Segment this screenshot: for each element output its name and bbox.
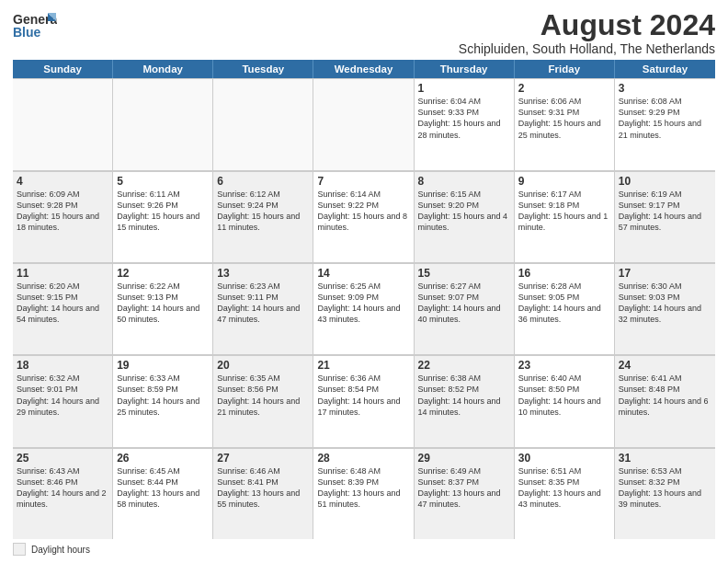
day-header-tuesday: Tuesday: [213, 60, 313, 78]
cal-row-4: 25Sunrise: 6:43 AM Sunset: 8:46 PM Dayli…: [13, 448, 715, 539]
cal-cell-23: 23Sunrise: 6:40 AM Sunset: 8:50 PM Dayli…: [515, 355, 615, 446]
day-number: 20: [217, 359, 309, 372]
day-number: 8: [418, 175, 510, 188]
cal-cell-15: 15Sunrise: 6:27 AM Sunset: 9:07 PM Dayli…: [415, 263, 515, 354]
day-info: Sunrise: 6:49 AM Sunset: 8:37 PM Dayligh…: [418, 465, 510, 511]
day-number: 18: [17, 359, 108, 372]
day-number: 24: [619, 359, 711, 372]
cal-cell-22: 22Sunrise: 6:38 AM Sunset: 8:52 PM Dayli…: [415, 355, 515, 446]
day-header-friday: Friday: [515, 60, 615, 78]
day-info: Sunrise: 6:48 AM Sunset: 8:39 PM Dayligh…: [317, 465, 409, 511]
cal-cell-13: 13Sunrise: 6:23 AM Sunset: 9:11 PM Dayli…: [213, 263, 313, 354]
header: GeneralBlue August 2024 Schipluiden, Sou…: [13, 9, 715, 56]
day-info: Sunrise: 6:36 AM Sunset: 8:54 PM Dayligh…: [317, 373, 409, 418]
day-info: Sunrise: 6:53 AM Sunset: 8:32 PM Dayligh…: [619, 465, 711, 511]
title-section: August 2024 Schipluiden, South Holland, …: [459, 9, 715, 56]
cal-cell-1: 1Sunrise: 6:04 AM Sunset: 9:33 PM Daylig…: [415, 78, 515, 169]
svg-text:Blue: Blue: [13, 25, 41, 40]
cal-row-2: 11Sunrise: 6:20 AM Sunset: 9:15 PM Dayli…: [13, 263, 715, 355]
day-info: Sunrise: 6:32 AM Sunset: 9:01 PM Dayligh…: [17, 373, 108, 418]
cal-row-0: 1Sunrise: 6:04 AM Sunset: 9:33 PM Daylig…: [13, 78, 715, 170]
day-header-saturday: Saturday: [615, 60, 715, 78]
day-number: 27: [217, 452, 309, 465]
cal-cell-28: 28Sunrise: 6:48 AM Sunset: 8:39 PM Dayli…: [313, 448, 414, 539]
day-info: Sunrise: 6:33 AM Sunset: 8:59 PM Dayligh…: [117, 373, 209, 418]
day-info: Sunrise: 6:45 AM Sunset: 8:44 PM Dayligh…: [117, 465, 209, 511]
calendar-body: 1Sunrise: 6:04 AM Sunset: 9:33 PM Daylig…: [13, 78, 715, 539]
cal-cell-30: 30Sunrise: 6:51 AM Sunset: 8:35 PM Dayli…: [515, 448, 615, 539]
day-number: 28: [317, 452, 409, 465]
cal-cell-10: 10Sunrise: 6:19 AM Sunset: 9:17 PM Dayli…: [615, 171, 715, 262]
day-info: Sunrise: 6:38 AM Sunset: 8:52 PM Dayligh…: [418, 373, 510, 418]
cal-cell-6: 6Sunrise: 6:12 AM Sunset: 9:24 PM Daylig…: [213, 171, 313, 262]
day-info: Sunrise: 6:11 AM Sunset: 9:26 PM Dayligh…: [117, 189, 209, 234]
calendar: SundayMondayTuesdayWednesdayThursdayFrid…: [13, 60, 715, 539]
cal-cell-12: 12Sunrise: 6:22 AM Sunset: 9:13 PM Dayli…: [113, 263, 213, 354]
day-number: 12: [117, 267, 209, 280]
day-info: Sunrise: 6:22 AM Sunset: 9:13 PM Dayligh…: [117, 281, 209, 326]
legend-box: [13, 543, 26, 556]
day-info: Sunrise: 6:25 AM Sunset: 9:09 PM Dayligh…: [317, 281, 409, 326]
cal-cell-31: 31Sunrise: 6:53 AM Sunset: 8:32 PM Dayli…: [615, 448, 715, 539]
day-number: 23: [518, 359, 610, 372]
cal-cell-8: 8Sunrise: 6:15 AM Sunset: 9:20 PM Daylig…: [415, 171, 515, 262]
day-number: 16: [518, 267, 610, 280]
day-number: 29: [418, 452, 510, 465]
day-info: Sunrise: 6:15 AM Sunset: 9:20 PM Dayligh…: [418, 189, 510, 234]
day-number: 26: [117, 452, 209, 465]
day-info: Sunrise: 6:51 AM Sunset: 8:35 PM Dayligh…: [518, 465, 610, 511]
cal-cell-9: 9Sunrise: 6:17 AM Sunset: 9:18 PM Daylig…: [515, 171, 615, 262]
logo-svg: GeneralBlue: [13, 9, 57, 42]
day-number: 31: [619, 452, 711, 465]
location: Schipluiden, South Holland, The Netherla…: [459, 41, 715, 56]
day-number: 6: [217, 175, 309, 188]
cal-cell-14: 14Sunrise: 6:25 AM Sunset: 9:09 PM Dayli…: [313, 263, 414, 354]
cal-cell-3: 3Sunrise: 6:08 AM Sunset: 9:29 PM Daylig…: [615, 78, 715, 169]
cal-cell-16: 16Sunrise: 6:28 AM Sunset: 9:05 PM Dayli…: [515, 263, 615, 354]
legend: Daylight hours: [13, 543, 715, 556]
cal-cell-empty-0-2: [213, 78, 313, 169]
day-number: 2: [518, 82, 610, 95]
cal-cell-17: 17Sunrise: 6:30 AM Sunset: 9:03 PM Dayli…: [615, 263, 715, 354]
cal-cell-empty-0-3: [313, 78, 414, 169]
day-info: Sunrise: 6:04 AM Sunset: 9:33 PM Dayligh…: [418, 96, 510, 141]
day-info: Sunrise: 6:40 AM Sunset: 8:50 PM Dayligh…: [518, 373, 610, 418]
day-number: 9: [518, 175, 610, 188]
cal-cell-26: 26Sunrise: 6:45 AM Sunset: 8:44 PM Dayli…: [113, 448, 213, 539]
cal-cell-27: 27Sunrise: 6:46 AM Sunset: 8:41 PM Dayli…: [213, 448, 313, 539]
day-number: 5: [117, 175, 209, 188]
day-number: 1: [418, 82, 510, 95]
day-number: 15: [418, 267, 510, 280]
cal-row-1: 4Sunrise: 6:09 AM Sunset: 9:28 PM Daylig…: [13, 171, 715, 263]
day-info: Sunrise: 6:27 AM Sunset: 9:07 PM Dayligh…: [418, 281, 510, 326]
day-info: Sunrise: 6:06 AM Sunset: 9:31 PM Dayligh…: [518, 96, 610, 141]
day-header-thursday: Thursday: [415, 60, 515, 78]
day-info: Sunrise: 6:17 AM Sunset: 9:18 PM Dayligh…: [518, 189, 610, 234]
cal-cell-4: 4Sunrise: 6:09 AM Sunset: 9:28 PM Daylig…: [13, 171, 113, 262]
day-number: 25: [17, 452, 108, 465]
day-info: Sunrise: 6:09 AM Sunset: 9:28 PM Dayligh…: [17, 189, 108, 234]
cal-cell-19: 19Sunrise: 6:33 AM Sunset: 8:59 PM Dayli…: [113, 355, 213, 446]
day-number: 4: [17, 175, 108, 188]
day-number: 22: [418, 359, 510, 372]
day-info: Sunrise: 6:35 AM Sunset: 8:56 PM Dayligh…: [217, 373, 309, 418]
day-header-wednesday: Wednesday: [313, 60, 414, 78]
day-number: 3: [619, 82, 711, 95]
day-number: 10: [619, 175, 711, 188]
day-number: 17: [619, 267, 711, 280]
day-header-monday: Monday: [113, 60, 213, 78]
logo: GeneralBlue: [13, 9, 57, 42]
cal-cell-5: 5Sunrise: 6:11 AM Sunset: 9:26 PM Daylig…: [113, 171, 213, 262]
calendar-header: SundayMondayTuesdayWednesdayThursdayFrid…: [13, 60, 715, 78]
cal-cell-21: 21Sunrise: 6:36 AM Sunset: 8:54 PM Dayli…: [313, 355, 414, 446]
cal-cell-25: 25Sunrise: 6:43 AM Sunset: 8:46 PM Dayli…: [13, 448, 113, 539]
day-number: 19: [117, 359, 209, 372]
cal-cell-7: 7Sunrise: 6:14 AM Sunset: 9:22 PM Daylig…: [313, 171, 414, 262]
day-info: Sunrise: 6:19 AM Sunset: 9:17 PM Dayligh…: [619, 189, 711, 234]
day-info: Sunrise: 6:23 AM Sunset: 9:11 PM Dayligh…: [217, 281, 309, 326]
day-number: 7: [317, 175, 409, 188]
day-info: Sunrise: 6:28 AM Sunset: 9:05 PM Dayligh…: [518, 281, 610, 326]
cal-cell-11: 11Sunrise: 6:20 AM Sunset: 9:15 PM Dayli…: [13, 263, 113, 354]
cal-row-3: 18Sunrise: 6:32 AM Sunset: 9:01 PM Dayli…: [13, 355, 715, 447]
cal-cell-29: 29Sunrise: 6:49 AM Sunset: 8:37 PM Dayli…: [415, 448, 515, 539]
